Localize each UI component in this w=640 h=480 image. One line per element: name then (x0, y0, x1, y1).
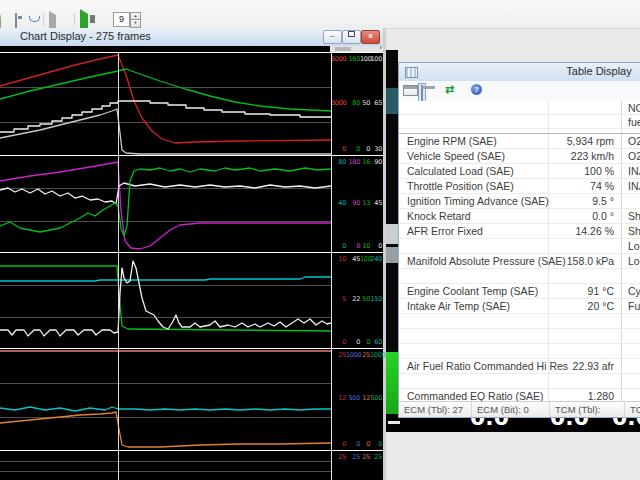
axis-label: 0 (346, 338, 360, 346)
frame-spinner-value[interactable]: 9 (113, 12, 130, 27)
axis-label: 80 (331, 158, 346, 166)
table-row[interactable]: Throttle Position (SAE)74 %INJ (399, 179, 640, 194)
frame-spinner[interactable]: 9 ▲ ▼ (113, 12, 139, 27)
param-name: Calculated Load (SAE) (407, 165, 514, 177)
table-row[interactable]: Lon (399, 239, 640, 254)
table-row[interactable]: Manifold Absolute Pressure (SAE)158.0 kP… (399, 254, 640, 269)
axis-label: 180 (346, 158, 360, 166)
chart-pane-4[interactable]: 25100025100012500125000000 (0, 348, 383, 450)
param-value: 20 °C (509, 300, 614, 312)
param-value: 158.0 kPa (509, 255, 614, 267)
axis-label: 0 (346, 145, 360, 153)
table-row[interactable] (399, 344, 640, 359)
axis-label: 25 (331, 351, 346, 359)
param-name: AFR Error Fixed (407, 225, 483, 237)
axis-label: 0 (360, 338, 370, 346)
spinner-down-icon[interactable]: ▼ (130, 19, 141, 28)
chart-pane-1[interactable]: 6000160100100300080506500030 (0, 52, 383, 155)
table-row[interactable] (399, 374, 640, 389)
table-row[interactable]: Intake Air Temp (SAE)20 °CFue (399, 299, 640, 314)
axis-label: 0 (360, 440, 370, 448)
axis-label-row: 00100 (331, 242, 383, 250)
axis-label: 25 (360, 453, 370, 461)
refresh-icon[interactable]: ⇄ (445, 83, 454, 96)
plot-gutter-divider (331, 52, 332, 480)
status-cell: TCM (625, 402, 640, 417)
chart-display-window: Chart Display - 275 frames – x › 6000160… (0, 28, 386, 480)
param-value: 9.5 ° (509, 195, 614, 207)
maximize-button[interactable] (342, 30, 361, 44)
axis-label: 50 (360, 99, 370, 107)
table-row[interactable] (399, 314, 640, 329)
status-cell: ECM (Bit): 0 (472, 402, 550, 417)
param-name-col2: Lon (628, 255, 640, 267)
param-name-col2: INJ (628, 165, 640, 177)
chart-window-title: Chart Display - 275 frames (20, 30, 151, 42)
chart-titlebar[interactable]: Chart Display - 275 frames – x (0, 28, 383, 47)
table-row[interactable]: fue (399, 115, 640, 129)
param-name: Intake Air Temp (SAE) (407, 300, 510, 312)
axis-label: 0 (331, 338, 346, 346)
param-name-col2: O2 (628, 150, 640, 162)
scroll-right-icon[interactable]: › (379, 43, 382, 52)
table-row[interactable]: Ignition Timing Advance (SAE)9.5 ° (399, 194, 640, 209)
param-value: 5,934 rpm (509, 135, 614, 147)
table-row[interactable]: Vehicle Speed (SAE)223 km/hO2 (399, 149, 640, 164)
axis-label: 50 (360, 295, 370, 303)
axis-label: 0 (370, 440, 383, 448)
help-icon[interactable]: ? (471, 84, 482, 95)
table-row[interactable]: Air Fuel Ratio Commanded Hi Res22.93 afr (399, 359, 640, 374)
chart-content: › 60001601001003000805065000308018016904… (0, 46, 383, 480)
table-titlebar[interactable]: Table Display (399, 63, 640, 82)
minimize-button[interactable]: – (323, 30, 342, 44)
table-row[interactable] (399, 329, 640, 344)
table-row[interactable]: Calculated Load (SAE)100 %INJ (399, 164, 640, 179)
axis-label-row: 6000160100100 (331, 55, 383, 63)
chart-cursor-line[interactable] (118, 52, 119, 480)
table-row[interactable] (399, 269, 640, 284)
close-button[interactable]: x (361, 30, 380, 44)
param-name: Throttle Position (SAE) (407, 180, 514, 192)
axis-label: 3000 (331, 99, 346, 107)
axis-label: 240 (370, 255, 383, 263)
param-value: 22.93 afr (509, 360, 614, 372)
table-row[interactable]: Knock Retard0.0 °Sho (399, 209, 640, 224)
axis-label: 25 (370, 453, 383, 461)
axis-label: 40 (331, 199, 346, 207)
param-value: 100 % (509, 165, 614, 177)
axis-label-row: 0000 (331, 440, 383, 448)
scrollbar-thumb[interactable] (335, 47, 351, 51)
table-row[interactable]: NG (399, 101, 640, 115)
table-row[interactable]: Engine Coolant Temp (SAE)91 °CCyl (399, 284, 640, 299)
chart-pane-2[interactable]: 8018016904090134500100 (0, 155, 383, 252)
axis-label: 150 (370, 295, 383, 303)
param-name-col2: INJ (628, 180, 640, 192)
table-row[interactable]: AFR Error Fixed14.26 %Sho (399, 224, 640, 239)
axis-label: 90 (370, 158, 383, 166)
gauge-green-bar (386, 352, 398, 414)
param-name-col2: NG (628, 102, 640, 114)
app-toolbar: 9 ▲ ▼ (0, 0, 640, 29)
axis-label: 100 (360, 255, 370, 263)
table-view-icon[interactable] (403, 85, 418, 96)
axis-label: 25 (360, 351, 370, 359)
table-window-title: Table Display (399, 65, 640, 77)
chart-pane-5[interactable]: 25252525 (0, 450, 383, 480)
axis-label: 0 (331, 440, 346, 448)
gauge-fragment (388, 421, 400, 424)
axis-label-row: 00060 (331, 338, 383, 346)
gauge-readout: 0.0 (612, 418, 640, 430)
axis-label-row: 25252525 (331, 453, 383, 461)
param-value: 223 km/h (509, 150, 614, 162)
table-row[interactable]: Engine RPM (SAE)5,934 rpmO2 (399, 134, 640, 149)
gauge-fragment (386, 247, 398, 263)
axis-label: 500 (346, 394, 360, 402)
axis-label-row: 00030 (331, 145, 383, 153)
axis-label: 0 (331, 242, 346, 250)
axis-label: 100 (370, 55, 383, 63)
toolbar-separator (43, 13, 44, 26)
param-value: 14.26 % (509, 225, 614, 237)
application-window: 9 ▲ ▼ Chart Display - 275 frames – x › 6… (0, 0, 640, 480)
chart-pane-3[interactable]: 10451002405225015000060 (0, 252, 383, 348)
param-name-col2: Sho (628, 225, 640, 237)
